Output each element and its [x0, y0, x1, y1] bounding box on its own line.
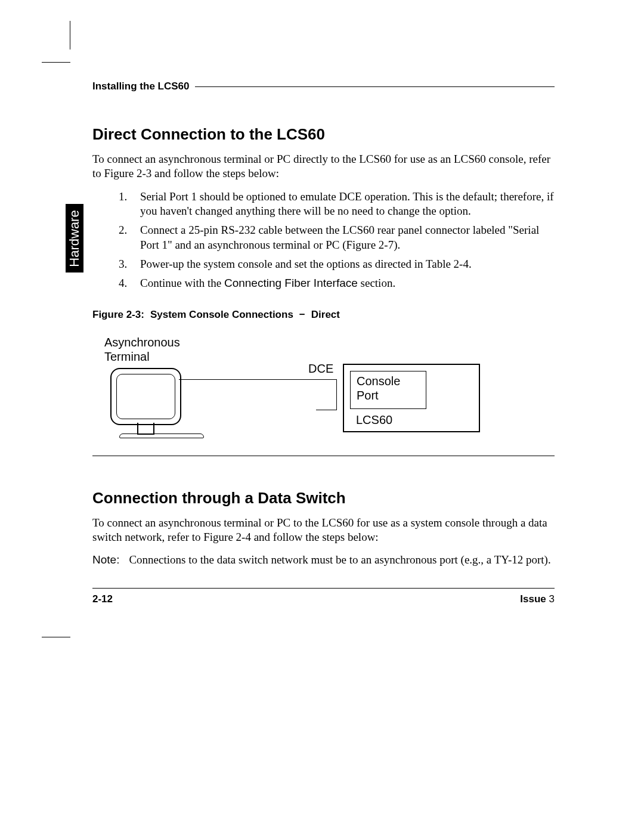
terminal-label: Asynchronous Terminal — [104, 335, 180, 364]
crop-mark-top-left — [42, 21, 70, 63]
note-text: Connections to the data switch network m… — [129, 553, 555, 567]
header-rule — [195, 86, 555, 87]
step4-reference: Connecting Fiber Interface — [224, 277, 358, 289]
step4-suffix: section. — [358, 277, 395, 289]
chapter-tab-label: Hardware — [67, 210, 82, 267]
section1-intro: To connect an asynchronous terminal or P… — [92, 152, 555, 181]
cable-line — [179, 379, 337, 410]
issue-block: Issue 3 — [520, 593, 555, 605]
figure-title: System Console Connections — [150, 309, 293, 321]
monitor-stand — [137, 423, 154, 435]
figure-diagram: Asynchronous Terminal DCE Console Port L… — [104, 335, 510, 442]
lcs60-label: LCS60 — [356, 413, 392, 427]
step4-prefix: Continue with the — [140, 277, 224, 289]
keyboard-icon — [119, 433, 204, 438]
step-3: Power-up the system console and set the … — [140, 257, 555, 271]
dce-label: DCE — [308, 361, 333, 376]
figure-suffix: Direct — [311, 309, 340, 321]
section2-intro: To connect an asynchronous terminal or P… — [92, 516, 555, 545]
page-footer: 2-12 Issue 3 — [92, 588, 555, 605]
issue-number: 3 — [549, 593, 555, 605]
page-number: 2-12 — [92, 593, 113, 605]
figure-number: Figure 2-3: — [92, 309, 144, 321]
figure-dash: − — [299, 309, 305, 321]
step-2: Connect a 25-pin RS-232 cable between th… — [140, 223, 555, 252]
section-heading-direct: Direct Connection to the LCS60 — [92, 125, 555, 144]
step-4: Continue with the Connecting Fiber Inter… — [140, 276, 555, 290]
footer-rule — [92, 588, 555, 589]
running-header-title: Installing the LCS60 — [92, 80, 189, 92]
section-heading-switch: Connection through a Data Switch — [92, 489, 555, 507]
steps-list: Serial Port 1 should be optioned to emul… — [92, 190, 555, 291]
running-header: Installing the LCS60 — [92, 80, 555, 92]
monitor-icon — [110, 368, 181, 425]
chapter-tab: Hardware — [66, 204, 83, 272]
section-divider — [92, 456, 555, 456]
note-block: Note: Connections to the data switch net… — [92, 553, 555, 567]
figure-caption: Figure 2-3: System Console Connections −… — [92, 309, 555, 321]
issue-label: Issue — [520, 593, 546, 605]
step-1: Serial Port 1 should be optioned to emul… — [140, 190, 555, 219]
console-port-box: Console Port — [350, 371, 426, 409]
document-page: Hardware Installing the LCS60 Direct Con… — [0, 0, 644, 833]
crop-mark-bottom-left — [42, 637, 70, 637]
note-label: Note: — [92, 553, 119, 567]
